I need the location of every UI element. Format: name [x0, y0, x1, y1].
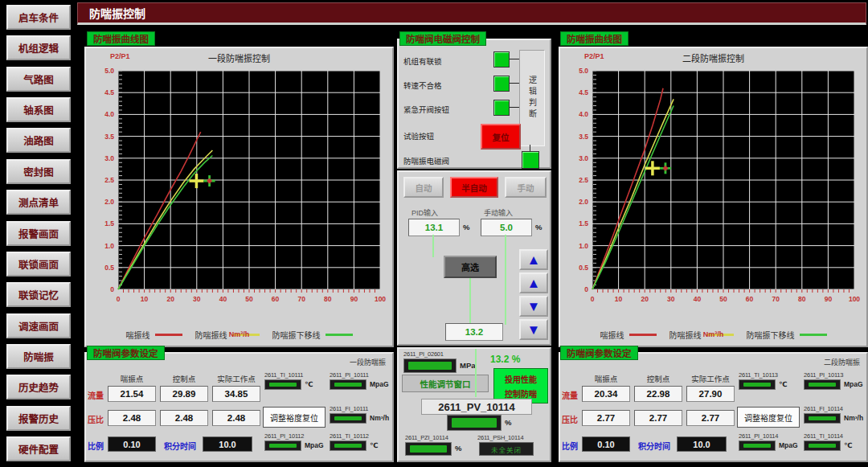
column-header-2: 实际工作点	[686, 373, 735, 383]
sidebar-item-13[interactable]: 报警历史	[6, 406, 71, 431]
svg-text:4.0: 4.0	[579, 110, 588, 118]
svg-text:5.0: 5.0	[104, 67, 114, 75]
tag-readout-2	[804, 413, 841, 424]
arrow-up-button-1[interactable]: ▲	[519, 272, 548, 293]
performance-panel: 2611_PI_02601 MPa 13.2 % 性能调节窗口 投用性能 控制防…	[397, 347, 551, 462]
sidebar-item-9[interactable]: 联锁记忆	[6, 282, 71, 307]
test-button-label: 试验按钮	[403, 130, 434, 141]
param-value-1-0[interactable]: 2.77	[582, 410, 630, 426]
margin-reset-button[interactable]: 调整裕度复位	[263, 407, 326, 428]
param-value-0-1[interactable]: 22.98	[634, 386, 682, 402]
row-label-0: 流量	[562, 389, 580, 400]
high-select-button[interactable]: 高选	[444, 256, 497, 278]
params-panel-right: 二段防喘振喘振点控制点实际工作点流量20.3422.9827.90压比2.772…	[559, 352, 868, 462]
solenoid-output-label: 防喘振电磁阀	[403, 155, 449, 166]
legend-label: 防喘振下移线	[272, 329, 321, 341]
signal-line	[475, 349, 477, 397]
ti-label: 积分时间	[164, 440, 201, 451]
arrow-down-button-2[interactable]: ▼	[519, 296, 548, 317]
column-header-2: 实际工作点	[212, 373, 260, 383]
sidebar-item-8[interactable]: 联锁画面	[6, 252, 71, 277]
tag-label-2: 2611_FI_10114	[804, 405, 843, 412]
svg-text:2.5: 2.5	[104, 176, 114, 184]
connector-line	[510, 83, 519, 84]
sidebar-item-12[interactable]: 历史趋势	[6, 375, 71, 399]
led-bar	[334, 416, 362, 420]
pid-input-field[interactable]: 13.1	[408, 219, 460, 236]
mode-button-0[interactable]: 自动	[403, 177, 444, 198]
sidebar-item-10[interactable]: 调速画面	[6, 313, 71, 338]
tag-label-2: 2611_FI_10111	[330, 405, 368, 412]
ti-label: 积分时间	[638, 440, 675, 451]
manual-input-unit: %	[535, 223, 542, 231]
ti-value-field[interactable]: 10.0	[677, 436, 727, 452]
pzi-tag: 2611_PZI_10114	[405, 434, 448, 441]
ti-value-field[interactable]: 10.0	[203, 436, 252, 452]
column-header-1: 控制点	[634, 373, 682, 383]
sidebar-item-0[interactable]: 启车条件	[6, 5, 71, 30]
param-value-1-2: 2.48	[212, 410, 260, 426]
signal-line	[505, 235, 506, 325]
controller-output-readout: 13.2	[445, 323, 503, 341]
param-value-1-0[interactable]: 2.48	[108, 410, 156, 426]
solenoid-input-indicator-2	[493, 100, 510, 116]
sidebar-item-14[interactable]: 硬件配置	[6, 436, 71, 461]
sidebar-item-6[interactable]: 测点清单	[6, 190, 71, 215]
tag-unit-0: ℃	[779, 380, 787, 388]
x-axis-unit: Nm³/h	[703, 330, 724, 338]
sidebar-item-11[interactable]: 防喘振	[6, 344, 71, 369]
svg-text:0.5: 0.5	[104, 264, 114, 272]
svg-text:1.0: 1.0	[104, 242, 114, 250]
mode-button-2[interactable]: 手动	[505, 177, 547, 198]
param-value-1-1[interactable]: 2.77	[634, 410, 682, 426]
svg-text:0: 0	[584, 285, 588, 293]
svg-text:10: 10	[615, 295, 623, 303]
led-bar	[269, 444, 297, 448]
section-label-solenoid: 防喘阀电磁阀控制	[399, 31, 486, 46]
sidebar-item-2[interactable]: 气路图	[6, 67, 71, 92]
legend-label: 防喘振线	[195, 329, 227, 341]
tag-label-3: 2611_PI_10114	[739, 432, 778, 440]
arrow-down-button-3[interactable]: ▼	[519, 319, 548, 340]
row-label-0: 流量	[88, 389, 106, 400]
solenoid-input-indicator-0	[493, 51, 510, 68]
valve-percent-readout: 13.2 %	[490, 354, 520, 365]
sidebar-item-1[interactable]: 机组逻辑	[6, 35, 71, 60]
led-bar	[809, 416, 836, 420]
section-label-curve-left: 防喘振曲线图	[87, 31, 155, 46]
tag-readout-0	[739, 379, 776, 390]
manual-input-field[interactable]: 5.0	[481, 219, 532, 236]
surge-chart-panel-right: 二段防喘振控制 P2/P1 00.51.01.52.02.53.03.54.04…	[559, 47, 868, 347]
arrow-up-button-0[interactable]: ▲	[519, 249, 548, 270]
test-reset-button[interactable]: 复位	[481, 124, 521, 150]
tag-readout-4	[804, 440, 841, 451]
psh-status-box: 未全关闭	[479, 442, 534, 456]
svg-text:3.5: 3.5	[104, 133, 114, 141]
param-value-1-1[interactable]: 2.48	[160, 410, 208, 426]
led-bar	[809, 444, 836, 448]
param-value-0-0[interactable]: 21.54	[108, 386, 156, 402]
legend-label: 喘振线	[126, 329, 150, 341]
surge-chart-plot: 00.51.01.52.02.53.03.54.04.55.0010203040…	[86, 66, 392, 323]
sidebar-item-4[interactable]: 油路图	[6, 128, 71, 153]
sidebar-item-5[interactable]: 密封图	[6, 159, 71, 184]
sidebar-item-7[interactable]: 报警画面	[6, 221, 71, 246]
svg-text:0.5: 0.5	[579, 264, 588, 272]
param-value-0-0[interactable]: 20.34	[582, 386, 630, 402]
legend-item-2: 防喘振下移线	[272, 329, 353, 341]
mode-button-1[interactable]: 半自动	[450, 177, 498, 198]
tag-unit-4: ℃	[370, 441, 378, 449]
signal-line	[469, 278, 471, 323]
svg-text:5.0: 5.0	[579, 67, 588, 75]
kp-value-field[interactable]: 0.10	[582, 436, 630, 452]
svg-text:1.5: 1.5	[104, 219, 114, 227]
tag-unit-1: MpaG	[370, 380, 389, 388]
kp-value-field[interactable]: 0.10	[108, 436, 156, 452]
param-value-0-1[interactable]: 29.89	[160, 386, 208, 402]
tag-unit-3: MpaG	[779, 441, 798, 449]
tag-unit-2: Nm³/h	[844, 414, 863, 422]
margin-reset-button[interactable]: 调整裕度复位	[737, 407, 800, 428]
psh-tag: 2611_PSH_10114	[477, 434, 523, 441]
svg-text:100: 100	[849, 295, 860, 303]
sidebar-item-3[interactable]: 轴系图	[6, 97, 71, 122]
